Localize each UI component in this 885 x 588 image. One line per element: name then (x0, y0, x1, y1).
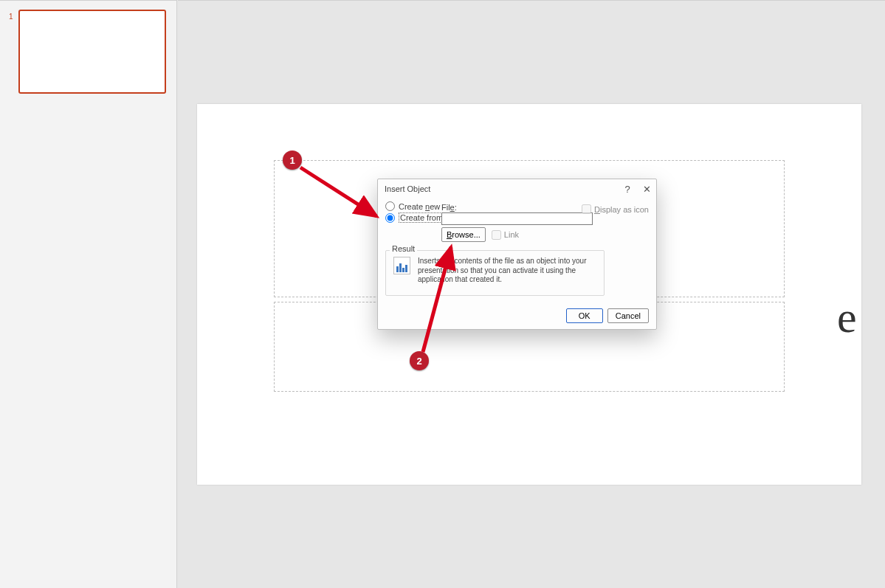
display-as-icon-checkbox[interactable]: Display as icon (582, 204, 649, 214)
radio-create-new-input[interactable] (385, 201, 395, 211)
result-icon (393, 257, 410, 274)
slide-thumbnail-1[interactable] (18, 10, 166, 94)
dialog-titlebar: Insert Object ? ✕ (378, 179, 656, 198)
display-as-icon-input[interactable] (582, 204, 591, 214)
title-placeholder-text-fragment: e (837, 295, 857, 339)
file-path-input[interactable] (441, 212, 593, 225)
result-box: Result Inserts the contents of the file … (385, 250, 605, 296)
annotation-marker-1: 1 (283, 151, 302, 170)
browse-row: Browse... Link (441, 227, 593, 242)
dialog-body: Create new Create from file File: Browse… (378, 198, 656, 223)
radio-create-new-label: Create new (399, 202, 440, 211)
link-checkbox[interactable]: Link (492, 230, 519, 240)
link-checkbox-input[interactable] (492, 230, 501, 240)
result-description: Inserts the contents of the file as an o… (418, 257, 596, 285)
thumbnail-number: 1 (9, 13, 13, 21)
browse-button[interactable]: Browse... (441, 227, 486, 242)
file-label: File: (441, 203, 457, 212)
result-title: Result (390, 244, 417, 253)
dialog-footer: OK Cancel (566, 308, 649, 323)
annotation-marker-2: 2 (410, 351, 429, 370)
close-button[interactable]: ✕ (637, 179, 656, 198)
slide-thumbnail-panel: 1 (0, 0, 177, 588)
display-as-icon-label: Display as icon (594, 205, 649, 214)
radio-create-from-file-input[interactable] (385, 213, 395, 223)
link-checkbox-label: Link (504, 230, 519, 239)
ok-button[interactable]: OK (566, 308, 603, 323)
dialog-title: Insert Object (378, 184, 618, 193)
help-button[interactable]: ? (618, 179, 637, 198)
insert-object-dialog: Insert Object ? ✕ Create new Create from… (377, 179, 657, 330)
file-block: File: Browse... Link (441, 203, 593, 242)
cancel-button[interactable]: Cancel (607, 308, 649, 323)
